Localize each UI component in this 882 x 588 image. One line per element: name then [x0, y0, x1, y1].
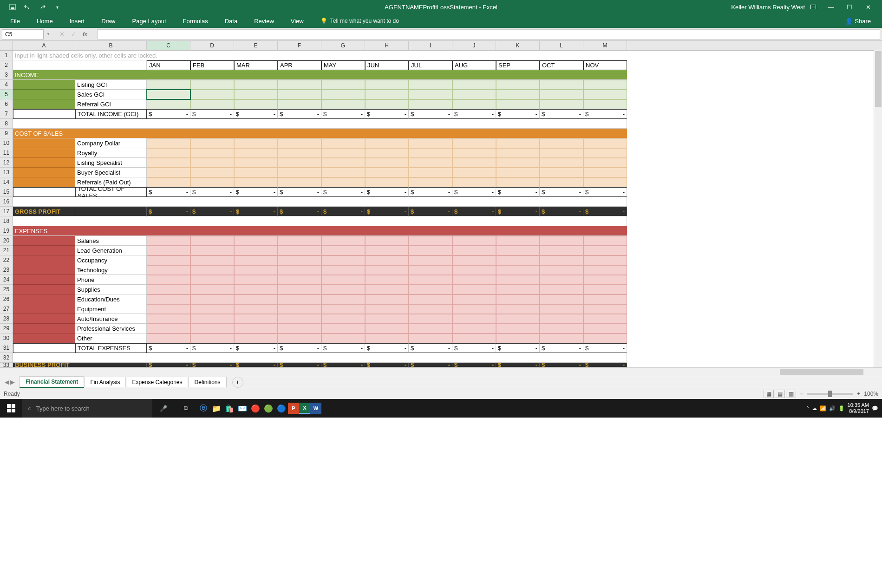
cell[interactable] — [321, 148, 365, 158]
cell[interactable] — [278, 177, 321, 187]
row-header[interactable]: 7 — [0, 109, 13, 119]
row-label[interactable]: Company Dollar — [75, 138, 147, 148]
cell[interactable]: $- — [409, 109, 452, 119]
cell[interactable]: $- — [452, 343, 496, 353]
cell[interactable] — [278, 285, 321, 294]
cell[interactable] — [452, 285, 496, 294]
cell[interactable] — [234, 246, 278, 255]
cell[interactable] — [234, 255, 278, 265]
cell[interactable] — [540, 236, 583, 246]
taskbar-clock[interactable]: 10:35 AM 8/9/2017 — [848, 402, 869, 414]
cell[interactable] — [409, 236, 452, 246]
cell[interactable] — [190, 236, 234, 246]
cell[interactable]: $- — [147, 109, 190, 119]
cell[interactable] — [365, 148, 409, 158]
cell[interactable] — [452, 275, 496, 285]
cell[interactable]: $- — [147, 343, 190, 353]
add-sheet-button[interactable]: + — [232, 377, 243, 388]
cell[interactable] — [540, 168, 583, 177]
cell[interactable] — [496, 177, 540, 187]
cell[interactable] — [147, 285, 190, 294]
sheet-nav-prev-icon[interactable]: ◀ — [5, 379, 9, 385]
col-header[interactable]: D — [190, 41, 234, 50]
cell[interactable] — [147, 99, 190, 109]
row-header[interactable]: 1 — [0, 51, 13, 60]
cell[interactable] — [496, 80, 540, 90]
cell[interactable] — [365, 177, 409, 187]
cell[interactable] — [365, 275, 409, 285]
cell[interactable] — [452, 314, 496, 324]
cell[interactable] — [147, 324, 190, 333]
start-button[interactable] — [0, 399, 22, 418]
cell[interactable] — [540, 90, 583, 99]
cell[interactable] — [278, 314, 321, 324]
sheet-tab[interactable]: Fin Analysis — [84, 377, 126, 387]
cell[interactable] — [452, 304, 496, 314]
qat-more-icon[interactable]: ▾ — [54, 4, 60, 10]
cell[interactable]: $- — [583, 187, 627, 197]
sheet-nav-next-icon[interactable]: ▶ — [10, 379, 15, 385]
cell[interactable] — [321, 294, 365, 304]
cell[interactable] — [278, 236, 321, 246]
cell[interactable] — [496, 275, 540, 285]
row-header[interactable]: 18 — [0, 216, 13, 226]
cell[interactable] — [278, 138, 321, 148]
cell[interactable] — [409, 177, 452, 187]
cancel-formula-icon[interactable]: ✕ — [59, 31, 65, 38]
cell[interactable] — [540, 99, 583, 109]
word-icon[interactable]: W — [310, 403, 321, 414]
cell[interactable] — [190, 314, 234, 324]
mic-icon[interactable]: 🎤 — [152, 399, 175, 418]
row-header[interactable]: 4 — [0, 80, 13, 90]
cell[interactable] — [321, 285, 365, 294]
cell[interactable] — [278, 333, 321, 343]
cell[interactable] — [409, 324, 452, 333]
cell[interactable] — [409, 294, 452, 304]
cell[interactable] — [452, 168, 496, 177]
cell[interactable] — [234, 158, 278, 168]
row-header[interactable]: 33 — [0, 363, 13, 367]
cell[interactable] — [13, 353, 627, 363]
cell[interactable] — [409, 148, 452, 158]
cell[interactable] — [278, 294, 321, 304]
horizontal-scrollbar[interactable] — [0, 367, 882, 376]
row-header[interactable]: 14 — [0, 177, 13, 187]
cell[interactable] — [365, 285, 409, 294]
cell[interactable]: $- — [409, 343, 452, 353]
cell[interactable] — [147, 177, 190, 187]
cell[interactable] — [13, 197, 627, 207]
cell[interactable] — [583, 324, 627, 333]
cell[interactable] — [278, 99, 321, 109]
cell[interactable] — [540, 80, 583, 90]
cell[interactable] — [321, 177, 365, 187]
row-header[interactable]: 25 — [0, 285, 13, 294]
cell[interactable]: $- — [365, 187, 409, 197]
cell[interactable] — [365, 246, 409, 255]
col-header[interactable]: L — [540, 41, 583, 50]
cell[interactable] — [409, 304, 452, 314]
month-header[interactable]: JUL — [409, 60, 452, 70]
minimize-button[interactable]: — — [822, 0, 840, 14]
month-header[interactable]: JUN — [365, 60, 409, 70]
row-header[interactable]: 29 — [0, 324, 13, 333]
cell[interactable] — [321, 99, 365, 109]
cell[interactable]: $- — [540, 343, 583, 353]
row-header[interactable]: 26 — [0, 294, 13, 304]
cell[interactable] — [190, 255, 234, 265]
col-header[interactable]: I — [409, 41, 452, 50]
cell[interactable] — [147, 333, 190, 343]
col-header[interactable]: B — [75, 41, 147, 50]
cell[interactable] — [496, 236, 540, 246]
cell[interactable] — [583, 236, 627, 246]
cell[interactable] — [13, 60, 75, 70]
close-button[interactable]: ✕ — [859, 0, 877, 14]
cell[interactable] — [278, 148, 321, 158]
cell[interactable] — [409, 168, 452, 177]
cell[interactable] — [540, 246, 583, 255]
app-icon[interactable]: 🟢 — [262, 402, 275, 415]
cell[interactable] — [190, 80, 234, 90]
cell[interactable]: $- — [321, 187, 365, 197]
col-header[interactable]: M — [583, 41, 627, 50]
cell[interactable] — [321, 333, 365, 343]
cell[interactable] — [583, 294, 627, 304]
